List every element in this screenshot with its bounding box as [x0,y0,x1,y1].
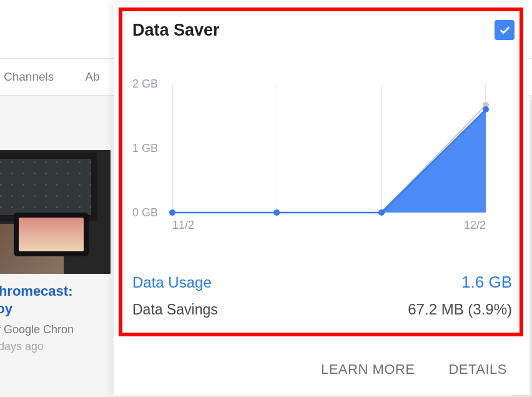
y-tick-label: 1 GB [132,142,158,155]
y-tick-label: 2 GB [132,78,158,91]
data-savings-value: 67.2 MB (3.9%) [408,301,512,318]
data-usage-label: Data Usage [132,274,212,291]
y-tick-label: 0 GB [132,206,158,219]
chart-data-point [378,209,385,216]
data-saver-toggle[interactable] [495,20,515,40]
learn-more-button[interactable]: LEARN MORE [321,361,415,378]
x-tick-label: 12/2 [464,219,486,232]
video-title[interactable]: Chromecast: Joy [0,283,111,317]
video-age: 4 days ago [0,340,111,353]
data-usage-value: 1.6 GB [461,273,512,292]
video-thumbnail[interactable] [0,150,111,274]
check-icon [498,23,511,37]
details-button[interactable]: DETAILS [448,361,507,378]
tab-channels[interactable]: Channels [0,70,54,84]
chart-data-point [169,209,175,216]
data-saver-title: Data Saver [132,21,220,40]
x-tick-label: 11/2 [172,219,194,232]
chart-data-point [483,106,489,113]
usage-chart: 2 GB 1 GB 0 GB 11/2 12/2 [132,84,507,228]
tab-about[interactable]: Ab [54,70,99,84]
video-author[interactable]: by Google Chron [0,323,111,336]
data-savings-label: Data Savings [132,301,218,318]
chart-data-point [273,209,280,216]
data-saver-panel: Data Saver 2 GB 1 GB 0 GB [114,3,530,395]
video-card[interactable]: Chromecast: Joy by Google Chron 4 days a… [0,150,111,353]
